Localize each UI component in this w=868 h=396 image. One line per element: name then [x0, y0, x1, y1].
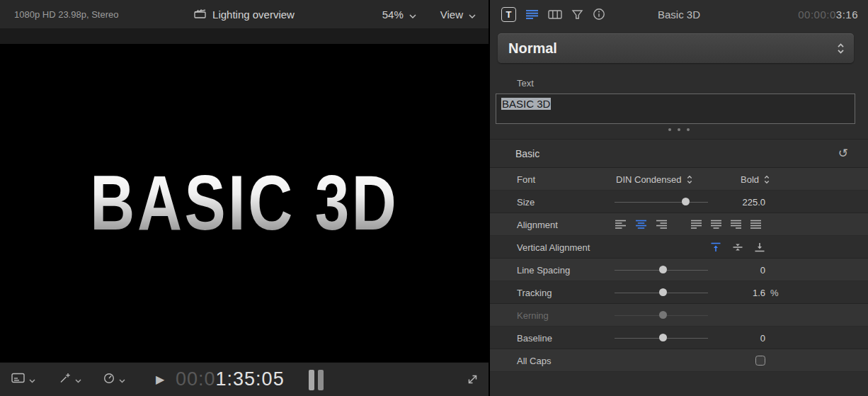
tracking-value[interactable]: 1.6 — [695, 281, 765, 304]
alignment-label: Alignment — [517, 213, 558, 236]
fcpx-window: 1080p HD 23.98p, Stereo Lighting overvie… — [0, 0, 868, 396]
chevron-down-icon — [29, 373, 35, 386]
tracking-row: Tracking 1.6 % — [490, 281, 868, 304]
tracking-label: Tracking — [517, 281, 552, 304]
text-preset-dropdown[interactable]: Normal — [498, 33, 854, 63]
all-caps-label: All Caps — [517, 349, 551, 372]
index-menu[interactable] — [11, 363, 35, 396]
tracking-unit: % — [770, 281, 779, 304]
letterbox-strip — [0, 28, 489, 44]
justify-right-icon[interactable] — [730, 220, 742, 230]
baseline-value[interactable]: 0 — [695, 327, 765, 349]
valign-top-icon[interactable] — [710, 242, 721, 252]
viewer-pane: 1080p HD 23.98p, Stereo Lighting overvie… — [0, 0, 489, 396]
font-label: Font — [517, 168, 535, 191]
timecode-bright: 1:35:05 — [216, 368, 285, 390]
vertical-alignment-label: Vertical Alignment — [517, 236, 590, 259]
line-spacing-row: Line Spacing 0 — [490, 259, 868, 281]
line-spacing-label: Line Spacing — [517, 259, 570, 281]
transport-bar: ▶ 00:01:35:05 — [0, 362, 489, 396]
enhancements-wand-icon — [59, 373, 71, 386]
zoom-level-menu[interactable]: 54% — [382, 9, 416, 21]
line-spacing-slider[interactable] — [615, 259, 708, 281]
justify-left-icon[interactable] — [690, 220, 702, 230]
inspector-pane: T — [490, 0, 868, 396]
justify-center-icon[interactable] — [710, 220, 722, 230]
size-slider[interactable] — [615, 191, 708, 213]
inspector-filler — [490, 372, 868, 396]
audio-meters — [309, 370, 324, 390]
valign-bottom-icon[interactable] — [754, 242, 765, 252]
line-spacing-value[interactable]: 0 — [695, 259, 765, 281]
baseline-row: Baseline 0 — [490, 327, 868, 349]
textbox-resize-handle[interactable] — [490, 126, 868, 132]
clip-timecode: 00:00:03:16 — [798, 0, 858, 28]
zoom-level-value: 54% — [382, 9, 404, 21]
text-section-label: Text — [517, 78, 868, 89]
view-menu-label: View — [440, 9, 463, 21]
tracking-slider[interactable] — [615, 281, 708, 304]
font-family-popup[interactable]: DIN Condensed — [616, 168, 692, 191]
font-row: Font DIN Condensed Bold — [490, 168, 868, 191]
align-center-icon[interactable] — [635, 220, 647, 230]
basic-section-header: Basic ↺ — [490, 139, 868, 167]
chevron-down-icon — [469, 9, 476, 21]
text-input-value: BASIC 3D — [501, 98, 551, 110]
all-caps-row: All Caps — [490, 349, 868, 372]
alignment-row: Alignment — [490, 213, 868, 236]
baseline-label: Baseline — [517, 327, 552, 349]
clapperboard-icon — [194, 9, 206, 21]
text-input[interactable]: BASIC 3D — [496, 94, 855, 124]
chevron-down-icon — [119, 373, 125, 386]
preset-value: Normal — [508, 40, 557, 57]
index-icon — [11, 373, 25, 386]
view-menu[interactable]: View — [440, 9, 476, 21]
size-label: Size — [517, 191, 535, 213]
vertical-alignment-row: Vertical Alignment — [490, 236, 868, 259]
valign-middle-icon[interactable] — [732, 242, 743, 252]
updown-chevron-icon — [764, 175, 770, 184]
kerning-row: Kerning — [490, 304, 868, 327]
kerning-label: Kerning — [517, 304, 549, 327]
size-row: Size 225.0 — [490, 191, 868, 213]
project-title: Lighting overview — [212, 9, 295, 21]
canvas-title-text: BASIC 3D — [90, 159, 399, 247]
size-value[interactable]: 225.0 — [695, 191, 765, 213]
align-left-icon[interactable] — [615, 220, 627, 230]
align-right-icon[interactable] — [656, 220, 668, 230]
all-caps-checkbox[interactable] — [755, 356, 765, 366]
updown-chevron-icon — [687, 175, 692, 184]
timecode-dim: 00:0 — [176, 368, 216, 390]
enhancements-menu[interactable] — [59, 363, 81, 396]
timecode-display[interactable]: 00:01:35:05 — [176, 363, 285, 396]
reset-icon[interactable]: ↺ — [838, 147, 848, 159]
font-face-popup[interactable]: Bold — [741, 168, 770, 191]
justify-all-icon[interactable] — [750, 220, 762, 230]
retime-icon — [103, 373, 115, 387]
kerning-slider — [615, 304, 708, 327]
baseline-slider[interactable] — [615, 327, 708, 349]
video-canvas[interactable]: BASIC 3D — [0, 28, 489, 362]
expand-icon[interactable] — [467, 363, 479, 396]
retime-menu[interactable] — [103, 363, 125, 396]
section-title: Basic — [515, 148, 539, 159]
viewer-toolbar: 1080p HD 23.98p, Stereo Lighting overvie… — [0, 0, 489, 28]
play-button[interactable]: ▶ — [156, 363, 164, 396]
updown-chevron-icon — [837, 43, 845, 55]
chevron-down-icon — [75, 373, 81, 386]
inspector-toolbar: T — [490, 0, 868, 28]
chevron-down-icon — [409, 9, 416, 21]
